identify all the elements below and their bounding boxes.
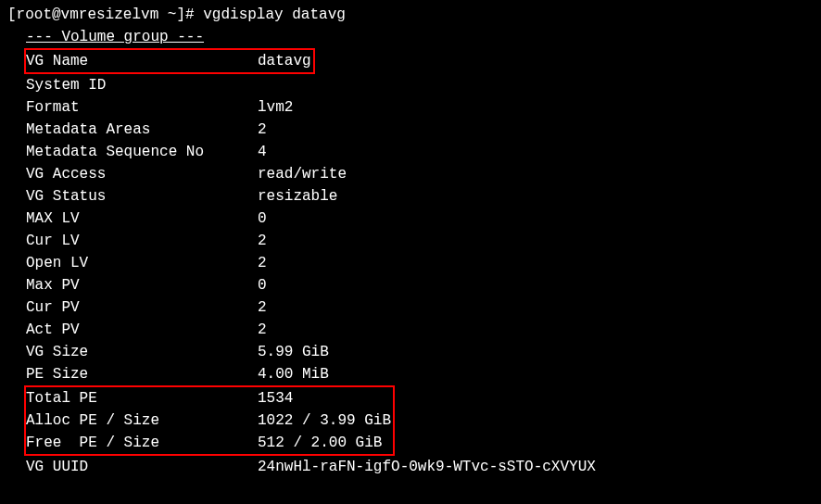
value-vg-status: resizable bbox=[258, 188, 337, 205]
label-act-pv: Act PV bbox=[26, 319, 258, 341]
row-max-lv: MAX LV0 bbox=[7, 208, 814, 230]
label-vg-uuid: VG UUID bbox=[26, 456, 258, 478]
value-cur-lv: 2 bbox=[258, 233, 267, 249]
row-vg-uuid: VG UUID24nwHl-raFN-igfO-0wk9-WTvc-sSTO-c… bbox=[7, 456, 814, 478]
row-pe-size: PE Size4.00 MiB bbox=[7, 363, 814, 385]
label-vg-access: VG Access bbox=[26, 163, 258, 185]
row-vg-access: VG Accessread/write bbox=[7, 163, 814, 185]
row-cur-lv: Cur LV2 bbox=[7, 230, 814, 252]
value-metadata-seq: 4 bbox=[258, 144, 267, 160]
label-cur-pv: Cur PV bbox=[26, 296, 258, 319]
value-cur-pv: 2 bbox=[258, 299, 267, 316]
value-vg-access: read/write bbox=[258, 166, 347, 183]
row-cur-pv: Cur PV2 bbox=[7, 296, 814, 319]
value-act-pv: 2 bbox=[258, 321, 267, 338]
row-act-pv: Act PV2 bbox=[7, 319, 814, 341]
row-free-pe: Free PE / Size512 / 2.00 GiB bbox=[26, 432, 391, 454]
value-alloc-pe: 1022 / 3.99 GiB bbox=[258, 412, 391, 429]
value-vg-name: datavg bbox=[258, 53, 311, 69]
value-open-lv: 2 bbox=[258, 255, 267, 271]
row-format: Formatlvm2 bbox=[7, 96, 814, 119]
row-vg-size: VG Size5.99 GiB bbox=[7, 341, 814, 363]
label-total-pe: Total PE bbox=[26, 387, 258, 410]
value-max-lv: 0 bbox=[258, 210, 267, 227]
row-metadata-areas: Metadata Areas2 bbox=[7, 119, 814, 141]
label-cur-lv: Cur LV bbox=[26, 230, 258, 252]
label-system-id: System ID bbox=[26, 74, 258, 96]
value-total-pe: 1534 bbox=[258, 390, 293, 407]
label-free-pe: Free PE / Size bbox=[26, 432, 258, 454]
value-free-pe: 512 / 2.00 GiB bbox=[258, 435, 382, 451]
value-format: lvm2 bbox=[258, 99, 293, 116]
label-vg-size: VG Size bbox=[26, 341, 258, 363]
label-metadata-seq: Metadata Sequence No bbox=[26, 141, 258, 163]
label-pe-size: PE Size bbox=[26, 363, 258, 385]
label-max-lv: MAX LV bbox=[26, 208, 258, 230]
highlight-pe-stats: Total PE1534 Alloc PE / Size1022 / 3.99 … bbox=[24, 385, 395, 456]
row-open-lv: Open LV2 bbox=[7, 252, 814, 274]
value-vg-uuid: 24nwHl-raFN-igfO-0wk9-WTvc-sSTO-cXVYUX bbox=[258, 459, 596, 475]
label-open-lv: Open LV bbox=[26, 252, 258, 274]
value-pe-size: 4.00 MiB bbox=[258, 366, 329, 383]
value-metadata-areas: 2 bbox=[258, 121, 267, 138]
label-metadata-areas: Metadata Areas bbox=[26, 119, 258, 141]
terminal-prompt-line[interactable]: [root@vmresizelvm ~]# vgdisplay datavg bbox=[7, 4, 814, 26]
label-format: Format bbox=[26, 96, 258, 119]
value-max-pv: 0 bbox=[258, 277, 267, 294]
row-system-id: System ID bbox=[7, 74, 814, 96]
label-alloc-pe: Alloc PE / Size bbox=[26, 410, 258, 432]
row-metadata-seq: Metadata Sequence No4 bbox=[7, 141, 814, 163]
row-alloc-pe: Alloc PE / Size1022 / 3.99 GiB bbox=[26, 410, 391, 432]
row-vg-name: VG Namedatavg bbox=[26, 50, 311, 72]
label-vg-name: VG Name bbox=[26, 50, 258, 72]
section-header: --- Volume group --- bbox=[7, 26, 814, 48]
label-vg-status: VG Status bbox=[26, 185, 258, 208]
row-vg-status: VG Statusresizable bbox=[7, 185, 814, 208]
label-max-pv: Max PV bbox=[26, 274, 258, 296]
value-vg-size: 5.99 GiB bbox=[258, 344, 329, 360]
row-total-pe: Total PE1534 bbox=[26, 387, 391, 410]
row-max-pv: Max PV0 bbox=[7, 274, 814, 296]
highlight-vg-name: VG Namedatavg bbox=[24, 48, 315, 74]
